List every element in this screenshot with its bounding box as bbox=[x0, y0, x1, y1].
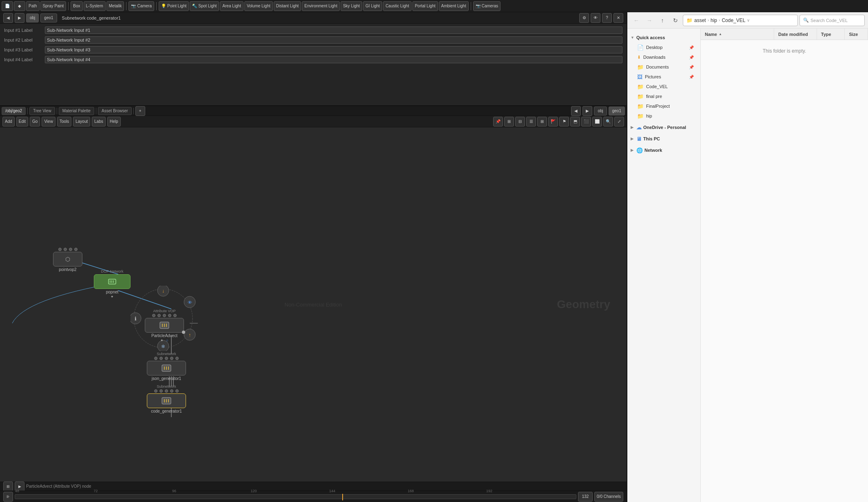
net-path-obj[interactable]: obj bbox=[594, 107, 607, 116]
net-grid-btn[interactable]: ⊞ bbox=[504, 117, 514, 127]
sidebar-item-documents[interactable]: 📁 Documents 📌 bbox=[627, 62, 700, 72]
toolbar-gilight-btn[interactable]: GI Light bbox=[363, 1, 382, 11]
toolbar-geo-btn[interactable]: ◆ bbox=[14, 1, 25, 11]
toolbar-file-btn[interactable]: 📄 bbox=[2, 1, 13, 11]
col-date-label: Date modified bbox=[778, 32, 808, 37]
toolbar-pointlight-btn[interactable]: 💡 Point Light bbox=[159, 1, 189, 11]
prop-hide-btn[interactable]: 👁 bbox=[591, 13, 600, 23]
net-go-btn[interactable]: Go bbox=[30, 117, 40, 127]
file-refresh-btn[interactable]: ↻ bbox=[670, 15, 681, 26]
net-tab-asset[interactable]: Asset Browser bbox=[98, 107, 131, 115]
node-popnet[interactable]: DOP Network popnet ✦ bbox=[94, 269, 131, 299]
prop-value-1[interactable]: Sub-Network Input #2 bbox=[45, 36, 622, 44]
prop-close-btn[interactable]: ✕ bbox=[613, 13, 623, 23]
toolbar-skylight-btn[interactable]: Sky Light bbox=[341, 1, 362, 11]
node-code-generator[interactable]: Subnetwork bbox=[147, 384, 186, 413]
svg-text:👁: 👁 bbox=[188, 300, 192, 305]
node-json-generator[interactable]: Subnetwork bbox=[147, 352, 186, 381]
net-flag2-btn[interactable]: ⚑ bbox=[559, 117, 569, 127]
onedrive-header[interactable]: ▶ ☁ OneDrive - Personal bbox=[627, 122, 700, 132]
net-labs-btn[interactable]: Labs bbox=[92, 117, 106, 127]
node-particleadvect[interactable]: Attribute VOP bbox=[145, 309, 184, 342]
causticlight-label: Caustic Light bbox=[385, 4, 409, 8]
prop-value-2[interactable]: Sub-Network Input #3 bbox=[45, 46, 622, 53]
net-path-geo1[interactable]: geo1 bbox=[609, 107, 625, 116]
search-bar[interactable]: 🔍 Search Code_VEL bbox=[799, 15, 865, 26]
timeline-current-frame[interactable]: 132 bbox=[578, 492, 593, 502]
net-pin-btn[interactable]: 📌 bbox=[493, 117, 503, 127]
net-flag3-btn[interactable]: ⬒ bbox=[570, 117, 580, 127]
network-canvas[interactable]: Geometry Non-Commercial Edition bbox=[0, 127, 627, 482]
timeline-start-btn[interactable]: ⊪ bbox=[3, 492, 13, 502]
toolbar-box-btn[interactable]: Box bbox=[71, 1, 82, 11]
net-tools-btn[interactable]: Tools bbox=[57, 117, 71, 127]
skylight-label: Sky Light bbox=[343, 4, 360, 8]
prop-tab-obj[interactable]: obj bbox=[26, 13, 39, 22]
toolbar-arealight-btn[interactable]: Area Light bbox=[220, 1, 244, 11]
port bbox=[175, 357, 179, 360]
prop-tab-geo[interactable]: geo1 bbox=[40, 13, 57, 22]
net-nav-forward[interactable]: ▶ bbox=[582, 106, 592, 116]
timeline-channels-btn[interactable]: 0/0 Channels bbox=[594, 492, 623, 502]
thispc-header[interactable]: ▶ 🖥 This PC bbox=[627, 134, 700, 144]
net-nav-back[interactable]: ◀ bbox=[571, 106, 581, 116]
net-tab-tree[interactable]: Tree View bbox=[29, 107, 55, 115]
toolbar-metalik-btn[interactable]: Metalik bbox=[106, 1, 124, 11]
net-add-btn[interactable]: Add bbox=[2, 117, 15, 127]
timeline-track[interactable]: 48 72 96 120 144 168 192 bbox=[15, 494, 576, 499]
net-list-btn[interactable]: ☰ bbox=[526, 117, 536, 127]
toolbar-ambientlight-btn[interactable]: Ambient Light bbox=[439, 1, 469, 11]
sidebar-item-downloads[interactable]: ⬇ Downloads 📌 bbox=[627, 52, 700, 62]
sidebar-item-hip[interactable]: 📁 hip bbox=[627, 111, 700, 121]
toolbar-volumelight-btn[interactable]: Volume Light bbox=[244, 1, 273, 11]
toolbar-spotlight-btn[interactable]: 🔦 Spot Light bbox=[190, 1, 219, 11]
net-view-btn[interactable]: View bbox=[42, 117, 55, 127]
col-size-header[interactable]: Size bbox=[845, 29, 868, 40]
net-frame-btn[interactable]: ⊟ bbox=[515, 117, 525, 127]
col-type-header[interactable]: Type bbox=[817, 29, 845, 40]
sidebar-item-desktop[interactable]: 📄 Desktop 📌 bbox=[627, 42, 700, 52]
breadcrumb[interactable]: 📁 asset › hip › Code_VEL ∨ bbox=[683, 15, 798, 26]
network-header[interactable]: ▶ 🌐 Network bbox=[627, 145, 700, 155]
status-icon-btn[interactable]: ⊞ bbox=[3, 482, 13, 491]
net-help-btn[interactable]: Help bbox=[107, 117, 121, 127]
net-edit-btn[interactable]: Edit bbox=[16, 117, 28, 127]
net-flag1-btn[interactable]: 🚩 bbox=[548, 117, 558, 127]
prop-value-3[interactable]: Sub-Network Input #4 bbox=[45, 56, 622, 63]
net-flag4-btn[interactable]: ⬛ bbox=[581, 117, 591, 127]
net-tile-btn[interactable]: ⊞ bbox=[537, 117, 547, 127]
quick-access-header[interactable]: ▼ Quick access bbox=[627, 33, 700, 42]
sidebar-item-pictures[interactable]: 🖼 Pictures 📌 bbox=[627, 72, 700, 82]
net-layout-btn[interactable]: Layout bbox=[73, 117, 90, 127]
toolbar-portallight-btn[interactable]: Portal Light bbox=[412, 1, 438, 11]
toolbar-distantlight-btn[interactable]: Distant Light bbox=[274, 1, 301, 11]
toolbar-cameras2-btn[interactable]: 📷 Cameras bbox=[473, 1, 501, 11]
file-back-btn[interactable]: ← bbox=[631, 15, 642, 26]
prop-settings-btn[interactable]: ⚙ bbox=[579, 13, 589, 23]
net-search-btn[interactable]: 🔍 bbox=[603, 117, 613, 127]
toolbar-spray-btn[interactable]: Spray Paint bbox=[40, 1, 66, 11]
sidebar-item-finalpre[interactable]: 📁 final pre bbox=[627, 91, 700, 101]
col-date-header[interactable]: Date modified bbox=[774, 29, 817, 40]
net-expand-btn[interactable]: ⤢ bbox=[614, 117, 624, 127]
net-flag5-btn[interactable]: ⬜ bbox=[592, 117, 602, 127]
file-forward-btn[interactable]: → bbox=[644, 15, 655, 26]
net-tab-material[interactable]: Material Palette bbox=[59, 107, 94, 115]
toolbar-causticlight-btn[interactable]: Caustic Light bbox=[383, 1, 412, 11]
sidebar-item-codevel[interactable]: 📁 Code_VEL bbox=[627, 82, 700, 91]
arealight-label: Area Light bbox=[222, 4, 241, 8]
toolbar-lsystem-btn[interactable]: L-System bbox=[84, 1, 106, 11]
file-up-btn[interactable]: ↑ bbox=[657, 15, 668, 26]
toolbar-camera-btn[interactable]: 📷 Camera bbox=[128, 1, 154, 11]
col-name-header[interactable]: Name ▲ bbox=[701, 29, 774, 40]
toolbar-path-btn[interactable]: Path bbox=[26, 1, 40, 11]
prop-value-0[interactable]: Sub-Network Input #1 bbox=[45, 27, 622, 34]
sidebar-item-finalproject[interactable]: 📁 FinalProject bbox=[627, 101, 700, 111]
toolbar-envlight-btn[interactable]: Environment Light bbox=[302, 1, 340, 11]
prop-question-btn[interactable]: ? bbox=[602, 13, 612, 23]
prop-nav-back[interactable]: ◀ bbox=[3, 13, 13, 23]
net-tab-geo2[interactable]: /obj/geo2 bbox=[2, 107, 26, 115]
add-tab-btn[interactable]: + bbox=[135, 106, 145, 116]
node-pointvop2[interactable]: ⬡ pointvop2 bbox=[53, 248, 82, 272]
prop-nav-forward[interactable]: ▶ bbox=[15, 13, 24, 23]
